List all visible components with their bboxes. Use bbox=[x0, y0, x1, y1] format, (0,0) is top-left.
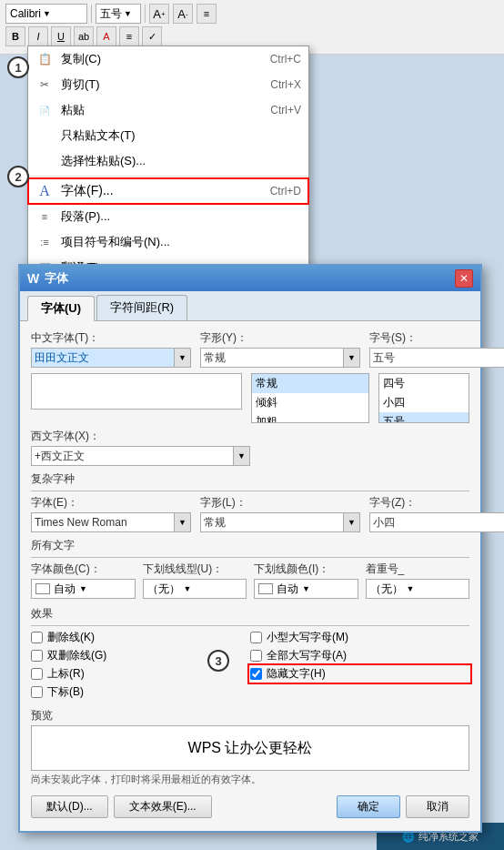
menu-item-copy[interactable]: 📋 复制(C) Ctrl+C bbox=[28, 46, 308, 72]
font-color-swatch bbox=[35, 583, 50, 594]
mixed-style-input[interactable] bbox=[201, 513, 343, 531]
mixed-size-input[interactable] bbox=[370, 513, 504, 531]
mixed-font-section-header: 复杂字种 bbox=[31, 471, 469, 487]
style-item-regular[interactable]: 常规 bbox=[252, 374, 368, 393]
mixed-font-label: 字体(E)： bbox=[31, 495, 191, 511]
preview-note: 尚未安装此字体，打印时将采用最相近的有效字体。 bbox=[31, 773, 469, 786]
extra-button[interactable]: ✓ bbox=[142, 26, 162, 46]
menu-paste-shortcut: Ctrl+V bbox=[270, 104, 301, 116]
bold-button[interactable]: B bbox=[5, 26, 25, 46]
size-item-small4[interactable]: 小四 bbox=[379, 393, 469, 412]
font-color-arrow: ▼ bbox=[79, 584, 87, 593]
subscript-label[interactable]: 下标(B) bbox=[47, 684, 84, 700]
italic-label: I bbox=[36, 31, 39, 42]
paragraph-icon: ≡ bbox=[35, 209, 54, 224]
mixed-font-dropdown[interactable]: ▼ bbox=[174, 513, 190, 531]
dialog-close-button[interactable]: ✕ bbox=[455, 269, 473, 288]
western-font-select[interactable]: ▼ bbox=[31, 446, 250, 466]
highlight-button[interactable]: ab bbox=[74, 26, 94, 46]
size-select[interactable]: ▼ bbox=[369, 348, 504, 368]
tab-char-spacing[interactable]: 字符间距(R) bbox=[96, 295, 187, 320]
hidden-label[interactable]: 隐藏文字(H) bbox=[267, 666, 326, 682]
mixed-style-select[interactable]: ▼ bbox=[200, 512, 360, 532]
double-strike-checkbox[interactable] bbox=[31, 650, 43, 662]
font-name-box[interactable]: Calibri ▼ bbox=[5, 4, 87, 24]
style-item-italic[interactable]: 倾斜 bbox=[252, 393, 368, 412]
menu-bullets-label: 项目符号和编号(N)... bbox=[61, 234, 301, 250]
chinese-font-label: 中文字体(T)： bbox=[31, 330, 191, 346]
step-3-badge: 3 bbox=[207, 650, 229, 672]
default-button[interactable]: 默认(D)... bbox=[31, 795, 108, 818]
menu-item-paste-select[interactable]: 选择性粘贴(S)... bbox=[28, 148, 308, 174]
align-button[interactable]: ≡ bbox=[119, 26, 139, 46]
font-name-value: Calibri bbox=[10, 7, 41, 20]
mixed-font-input[interactable] bbox=[32, 513, 174, 531]
style-dropdown[interactable]: ▼ bbox=[343, 349, 359, 367]
strikethrough-label[interactable]: 删除线(K) bbox=[47, 630, 95, 645]
small-caps-checkbox[interactable] bbox=[250, 632, 262, 643]
superscript-label[interactable]: 上标(R) bbox=[47, 666, 85, 682]
mixed-font-select[interactable]: ▼ bbox=[31, 512, 191, 532]
all-caps-label[interactable]: 全部大写字母(A) bbox=[267, 648, 347, 663]
size-input[interactable] bbox=[370, 349, 504, 367]
underline-type-value: （无） bbox=[147, 582, 180, 597]
chinese-font-input[interactable] bbox=[32, 349, 174, 367]
small-caps-label[interactable]: 小型大写字母(M) bbox=[267, 630, 348, 645]
tab-font[interactable]: 字体(U) bbox=[27, 296, 95, 321]
style-listbox-col: 常规 倾斜 加粗 bbox=[251, 373, 369, 423]
size-listbox[interactable]: 四号 小四 五号 bbox=[378, 373, 469, 423]
chinese-font-select[interactable]: ▼ bbox=[31, 348, 191, 368]
size-item-5[interactable]: 五号 bbox=[379, 412, 469, 423]
subscript-checkbox[interactable] bbox=[31, 686, 43, 698]
font-size-value: 五号 bbox=[100, 6, 122, 22]
menu-item-cut[interactable]: ✂ 剪切(T) Ctrl+X bbox=[28, 72, 308, 97]
chinese-font-field: 中文字体(T)： ▼ bbox=[31, 330, 191, 368]
western-font-dropdown[interactable]: ▼ bbox=[233, 447, 249, 465]
cancel-button[interactable]: 取消 bbox=[406, 795, 469, 818]
strikethrough-checkbox[interactable] bbox=[31, 632, 43, 643]
mixed-size-select[interactable]: ▼ bbox=[369, 512, 504, 532]
chinese-font-dropdown[interactable]: ▼ bbox=[174, 349, 190, 367]
effects-section: 删除线(K) 双删除线(G) 上标(R) 下标(B) 小型大 bbox=[31, 630, 469, 703]
mixed-style-dropdown[interactable]: ▼ bbox=[343, 513, 359, 531]
font-color-dropdown[interactable]: 自动 ▼ bbox=[31, 579, 136, 599]
chinese-font-listbox[interactable] bbox=[31, 373, 242, 410]
underline-button[interactable]: U bbox=[51, 26, 71, 46]
size-item-4[interactable]: 四号 bbox=[379, 374, 469, 393]
menu-item-paste[interactable]: 📄 粘贴 Ctrl+V bbox=[28, 97, 308, 123]
font-grow-button[interactable]: A+ bbox=[149, 4, 169, 24]
underline-color-dropdown[interactable]: 自动 ▼ bbox=[254, 579, 358, 599]
superscript-checkbox[interactable] bbox=[31, 668, 43, 680]
font-color-button[interactable]: A bbox=[96, 26, 116, 46]
style-input[interactable] bbox=[201, 349, 343, 367]
style-item-bold[interactable]: 加粗 bbox=[252, 412, 368, 423]
font-shrink-button[interactable]: A- bbox=[173, 4, 193, 24]
menu-item-font[interactable]: A 字体(F)... Ctrl+D bbox=[28, 178, 308, 204]
effects-right-col: 小型大写字母(M) 全部大写字母(A) 隐藏文字(H) bbox=[250, 630, 469, 703]
text-effect-button[interactable]: 文本效果(E)... bbox=[114, 795, 212, 818]
menu-item-paragraph[interactable]: ≡ 段落(P)... bbox=[28, 204, 308, 229]
font-size-box[interactable]: 五号 ▼ bbox=[96, 4, 141, 24]
preview-label: 预览 bbox=[31, 708, 469, 724]
clear-format-button[interactable]: ≡ bbox=[197, 4, 217, 24]
menu-item-paste-text[interactable]: 只粘贴文本(T) bbox=[28, 123, 308, 148]
underline-color-value: 自动 bbox=[277, 582, 298, 597]
emphasis-dropdown[interactable]: （无） ▼ bbox=[366, 579, 470, 599]
western-font-input[interactable] bbox=[32, 447, 233, 465]
all-caps-checkbox[interactable] bbox=[250, 650, 262, 662]
paste-select-icon bbox=[35, 154, 54, 168]
underline-type-col: 下划线线型(U)： （无） ▼ bbox=[143, 562, 247, 599]
double-strike-label[interactable]: 双删除线(G) bbox=[47, 648, 106, 663]
underline-type-dropdown[interactable]: （无） ▼ bbox=[143, 579, 247, 599]
menu-item-bullets[interactable]: :≡ 项目符号和编号(N)... bbox=[28, 229, 308, 255]
italic-button[interactable]: I bbox=[28, 26, 48, 46]
mixed-size-label: 字号(Z)： bbox=[369, 495, 504, 511]
style-select[interactable]: ▼ bbox=[200, 348, 360, 368]
mixed-style-label: 字形(L)： bbox=[200, 495, 360, 511]
ok-button[interactable]: 确定 bbox=[337, 795, 400, 818]
style-listbox[interactable]: 常规 倾斜 加粗 bbox=[251, 373, 369, 423]
effect-all-caps: 全部大写字母(A) bbox=[250, 648, 469, 663]
effect-hidden: 隐藏文字(H) bbox=[250, 666, 469, 682]
paste-text-icon bbox=[35, 128, 54, 143]
hidden-checkbox[interactable] bbox=[250, 668, 262, 680]
